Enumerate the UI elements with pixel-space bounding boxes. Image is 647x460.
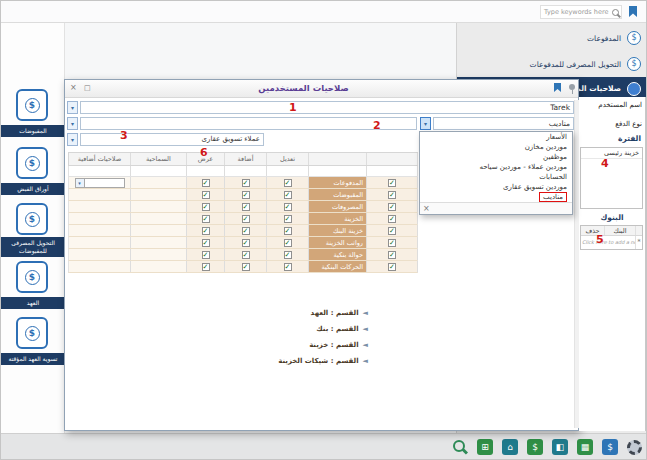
edit-checkbox[interactable]: ✓: [284, 203, 292, 211]
dropdown-option[interactable]: موردين مخازن: [420, 142, 572, 152]
screen-name-cell[interactable]: خزينة البنك: [309, 225, 367, 236]
dropdown-option[interactable]: موظفين: [420, 152, 572, 162]
payment-type-dropdown-button[interactable]: ▾: [420, 117, 431, 130]
screen-name-cell[interactable]: حوالة بنكية: [309, 249, 367, 260]
collapsed-group-row[interactable]: ◄القسم : خزينة: [68, 338, 418, 352]
add-checkbox[interactable]: ✓: [242, 191, 250, 199]
add-checkbox[interactable]: ✓: [242, 203, 250, 211]
collapsed-group-row[interactable]: ◄القسم : شيكات الخزينة: [68, 354, 418, 368]
grid-checkbox-cell[interactable]: ✓: [367, 237, 418, 248]
view-checkbox[interactable]: ✓: [202, 251, 210, 259]
sidebar-item-label[interactable]: تسوية العهد المؤقتة: [1, 353, 65, 365]
collapsed-group-row[interactable]: ◄القسم : العهد: [68, 306, 418, 320]
payment-type-field[interactable]: مناديب: [433, 117, 574, 130]
grid-checkbox-cell[interactable]: ✓: [267, 249, 309, 260]
grid-checkbox-cell[interactable]: ✓: [267, 261, 309, 272]
sidebar-module-icon[interactable]: $: [16, 261, 48, 293]
grid-filter-cell[interactable]: [225, 166, 267, 176]
sidebar-item-label[interactable]: المقبوضات: [1, 125, 65, 137]
delete-column-header[interactable]: حذف: [581, 226, 604, 235]
collapse-arrow-icon[interactable]: ◄: [363, 357, 368, 365]
collapsed-group-row[interactable]: ◄القسم : بنك: [68, 322, 418, 336]
screen-name-cell[interactable]: المقبوضات: [309, 189, 367, 200]
grid-column-header[interactable]: السماحية: [131, 153, 187, 165]
nav-item-bank-transfer-payments[interactable]: $ التحويل المصرفى للمدفوعات: [457, 51, 647, 77]
grid-filter-cell[interactable]: [69, 166, 131, 176]
grid-checkbox-cell[interactable]: ✓: [367, 177, 418, 188]
grid-checkbox-cell[interactable]: ✓: [187, 189, 225, 200]
sidebar-item-label[interactable]: التحويل المصرفى للمقبوضات: [1, 237, 65, 257]
allowance-cell[interactable]: [131, 225, 187, 236]
view-checkbox[interactable]: ✓: [202, 215, 210, 223]
enabled-checkbox[interactable]: ✓: [388, 227, 396, 235]
search-icon[interactable]: [612, 9, 619, 16]
allowance-cell[interactable]: [131, 189, 187, 200]
dialog-title-bar[interactable]: × □ صلاحيات المستخدمين: [65, 80, 578, 98]
favorite-bookmark-icon[interactable]: [554, 83, 561, 92]
enabled-checkbox[interactable]: ✓: [388, 251, 396, 259]
grid-checkbox-cell[interactable]: ✓: [225, 261, 267, 272]
allowance-cell[interactable]: [131, 177, 187, 188]
collapse-arrow-icon[interactable]: ◄: [363, 309, 368, 317]
coins-icon[interactable]: $: [527, 439, 543, 455]
extra-permissions-cell[interactable]: [69, 225, 131, 236]
view-checkbox[interactable]: ✓: [202, 263, 210, 271]
chart-icon[interactable]: ◧: [552, 439, 568, 455]
grid-filter-cell[interactable]: [187, 166, 225, 176]
allowance-cell[interactable]: [131, 213, 187, 224]
add-checkbox[interactable]: ✓: [242, 179, 250, 187]
sidebar-item-label[interactable]: أوراق القبض: [1, 183, 65, 195]
extra-permissions-cell[interactable]: [69, 237, 131, 248]
sidebar-item-label[interactable]: العهد: [1, 297, 65, 309]
allowance-cell[interactable]: [131, 249, 187, 260]
grid-checkbox-cell[interactable]: ✓: [367, 201, 418, 212]
sidebar-module-icon[interactable]: $: [16, 317, 48, 349]
users-icon[interactable]: $: [602, 439, 618, 455]
view-checkbox[interactable]: ✓: [202, 239, 210, 247]
modules-icon[interactable]: ▦: [577, 439, 593, 455]
grid-column-header[interactable]: [309, 153, 367, 165]
enabled-checkbox[interactable]: ✓: [388, 191, 396, 199]
username-field[interactable]: Tarek: [80, 101, 574, 114]
screen-name-cell[interactable]: الحركات البنكية: [309, 261, 367, 272]
grid-checkbox-cell[interactable]: ✓: [225, 213, 267, 224]
sidebar-module-icon[interactable]: $: [16, 89, 48, 121]
add-checkbox[interactable]: ✓: [242, 227, 250, 235]
grid-checkbox-cell[interactable]: ✓: [267, 213, 309, 224]
grid-checkbox-cell[interactable]: ✓: [225, 177, 267, 188]
grid-checkbox-cell[interactable]: ✓: [267, 189, 309, 200]
grid-column-header[interactable]: عرض: [187, 153, 225, 165]
client-category-field[interactable]: عملاء تسويق عقارى: [80, 133, 264, 146]
grid-checkbox-cell[interactable]: ✓: [187, 249, 225, 260]
sidebar-module-icon[interactable]: $: [16, 147, 48, 179]
bank-icon[interactable]: ⌂: [502, 439, 518, 455]
grid-column-header[interactable]: تعديل: [267, 153, 309, 165]
add-checkbox[interactable]: ✓: [242, 263, 250, 271]
extra-permissions-cell[interactable]: [69, 213, 131, 224]
edit-checkbox[interactable]: ✓: [284, 215, 292, 223]
edit-checkbox[interactable]: ✓: [284, 227, 292, 235]
grid-filter-cell[interactable]: [309, 166, 367, 176]
bank-column-header[interactable]: البنك: [604, 226, 635, 235]
allowance-cell[interactable]: [131, 201, 187, 212]
period-list[interactable]: خزينة رئيسى: [580, 147, 643, 209]
collapse-arrow-icon[interactable]: ◄: [363, 325, 368, 333]
grid-checkbox-cell[interactable]: ✓: [187, 237, 225, 248]
extra-permissions-cell[interactable]: [69, 201, 131, 212]
allowance-cell[interactable]: [131, 261, 187, 272]
nav-item-payments[interactable]: $ المدفوعات: [457, 25, 647, 51]
view-checkbox[interactable]: ✓: [202, 203, 210, 211]
grid-checkbox-cell[interactable]: ✓: [367, 213, 418, 224]
dropdown-option[interactable]: مناديب: [420, 192, 572, 202]
enabled-checkbox[interactable]: ✓: [388, 203, 396, 211]
add-new-row-hint[interactable]: Click here to add a new row: [581, 236, 635, 249]
edit-checkbox[interactable]: ✓: [284, 191, 292, 199]
edit-checkbox[interactable]: ✓: [284, 251, 292, 259]
dropdown-option[interactable]: موردين تسويق عقارى: [420, 182, 572, 192]
screen-name-cell[interactable]: الخزينة: [309, 213, 367, 224]
grid-checkbox-cell[interactable]: ✓: [367, 189, 418, 200]
popup-close-button[interactable]: ×: [420, 202, 572, 214]
add-checkbox[interactable]: ✓: [242, 251, 250, 259]
grid-column-header[interactable]: صلاحيات أضافية: [69, 153, 131, 165]
grid-checkbox-cell[interactable]: ✓: [267, 225, 309, 236]
